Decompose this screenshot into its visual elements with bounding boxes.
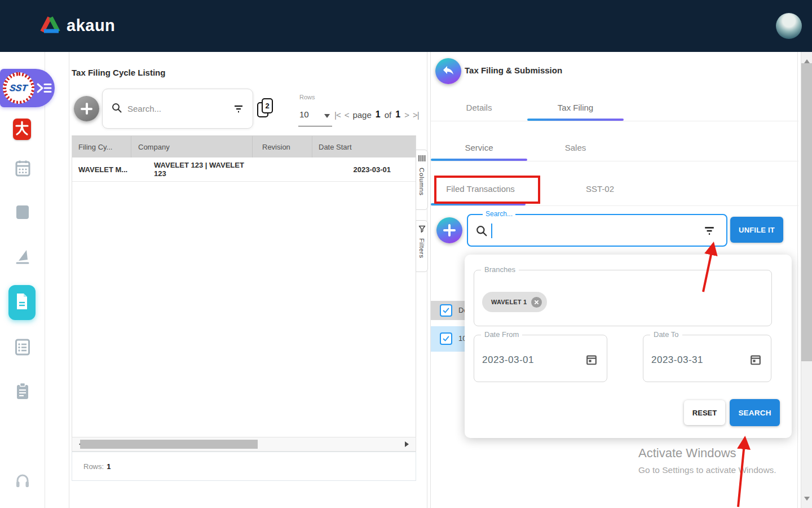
columns-icon [418, 154, 426, 164]
rows-per-page-value: 10 [299, 110, 309, 119]
page-scrollbar[interactable] [801, 52, 812, 508]
header-fragment: Do [458, 306, 465, 314]
filter-icon[interactable] [233, 105, 244, 113]
filter-icon[interactable] [704, 226, 715, 235]
horizontal-scrollbar-thumb[interactable] [80, 440, 258, 449]
branch-chip-label: WAVELET 1 [491, 299, 527, 305]
tab-row-level3: Filed Transactions SST-02 [431, 174, 798, 203]
activate-windows-subtext: Go to Settings to activate Windows. [638, 465, 776, 475]
tab-details[interactable]: Details [431, 93, 527, 121]
filter-dropdown-panel: Branches WAVELET 1 Date From 2023-03-01 [465, 255, 792, 438]
column-header-filing-cycle: Filing Cy... [72, 136, 131, 157]
rows-per-page-label: Rows [299, 94, 315, 100]
page-title: Tax Filing Cycle Listing [72, 68, 165, 77]
date-to-field[interactable]: Date To 2023-03-31 [643, 335, 771, 382]
row-fragment: 10 [458, 334, 465, 343]
tab-row-level1: Details Tax Filing [431, 93, 798, 121]
transactions-search-input[interactable]: Search... [467, 214, 727, 247]
document-icon [15, 292, 29, 313]
calendar-icon[interactable] [749, 353, 762, 368]
tab-tax-filing[interactable]: Tax Filing [527, 93, 624, 121]
calendar-icon [15, 160, 30, 179]
divider-level2 [431, 161, 798, 161]
date-from-value: 2023-03-01 [482, 354, 534, 366]
tab-service[interactable]: Service [431, 133, 527, 161]
user-avatar[interactable] [776, 13, 802, 39]
sidebar-toggle-icon[interactable] [36, 82, 52, 94]
sidebar-item-sail[interactable] [0, 248, 45, 268]
footer-rows-label: Rows: [83, 462, 104, 471]
row-checkbox[interactable] [440, 332, 452, 345]
pagination-prev-button[interactable]: < [345, 110, 349, 120]
page-scrollbar-thumb[interactable] [801, 63, 812, 361]
pagination-next-button[interactable]: > [404, 110, 409, 120]
filters-tab-label: Filters [418, 238, 425, 259]
tab-sales[interactable]: Sales [527, 133, 624, 161]
tab-filed-transactions[interactable]: Filed Transactions [431, 174, 530, 203]
add-filing-cycle-button[interactable] [74, 96, 99, 121]
sidebar-item-sst-active[interactable]: SST [0, 69, 55, 107]
unfile-it-button[interactable]: UNFILE IT [730, 217, 783, 243]
tax-filing-submission-panel: Tax Filing & Submission Details Tax Fili… [430, 52, 798, 508]
date-from-field[interactable]: Date From 2023-03-01 [474, 335, 607, 382]
select-all-checkbox[interactable] [440, 304, 452, 317]
sidebar-item-support[interactable] [0, 472, 45, 492]
filter-search-button[interactable]: SEARCH [730, 399, 780, 426]
sidebar-item-clipboard[interactable] [0, 382, 45, 402]
column-header-revision: Revision [253, 136, 312, 157]
sidebar-item-box[interactable] [0, 205, 45, 222]
scroll-right-icon[interactable] [405, 441, 412, 447]
column-header-date-start: Date Start [312, 136, 416, 157]
filing-cycle-table: Filing Cy... Company Revision Date Start… [72, 135, 416, 437]
sidebar-item-dai-app[interactable] [13, 119, 31, 140]
sidebar-item-list[interactable] [0, 339, 45, 358]
search-icon [112, 103, 122, 115]
pagination-page-label: page [352, 110, 371, 120]
sidebar-item-calendar[interactable] [0, 160, 45, 179]
sst-logo-label: SST [9, 83, 28, 93]
cell-filing-cycle: WAVELET M... [72, 165, 131, 174]
app-viewport: akaun SST [0, 0, 812, 508]
back-button[interactable] [435, 58, 461, 84]
scroll-up-icon[interactable] [804, 56, 810, 63]
chip-close-icon[interactable] [531, 297, 542, 308]
pagination-current-page: 1 [376, 110, 381, 120]
copy-front-page: 2 [262, 98, 273, 113]
square-icon [16, 205, 29, 222]
brand-name: akaun [67, 16, 115, 35]
table-row[interactable]: WAVELET M... WAVELET 123 | WAVELET 123 2… [72, 157, 416, 182]
sidebar-item-tax-filing-active[interactable] [8, 285, 36, 320]
transaction-row-partial[interactable]: 10 [431, 326, 465, 352]
footer-rows-count: 1 [107, 462, 111, 471]
copy-pages-icon[interactable]: 2 [257, 98, 275, 120]
pagination-last-button[interactable]: >| [413, 110, 419, 120]
dai-character-icon [15, 120, 29, 138]
headset-icon [15, 472, 30, 492]
cell-company: WAVELET 123 | WAVELET 123 [131, 161, 253, 178]
rows-per-page-select[interactable]: 10 [298, 106, 332, 126]
copy-count: 2 [265, 102, 269, 110]
back-icon [442, 63, 455, 79]
clipboard-icon [15, 382, 30, 402]
cycle-search-input[interactable]: Search... [102, 89, 253, 129]
scroll-down-icon[interactable] [804, 497, 810, 503]
tab-sst-02[interactable]: SST-02 [544, 174, 656, 203]
date-from-label: Date From [481, 330, 522, 339]
branches-label: Branches [481, 265, 519, 274]
columns-side-tab[interactable]: Columns [416, 150, 428, 210]
divider-level3 [431, 205, 798, 206]
rows-caret-icon [324, 114, 330, 121]
calendar-icon[interactable] [585, 353, 598, 368]
branch-chip[interactable]: WAVELET 1 [482, 292, 547, 312]
search-icon [476, 225, 487, 239]
panel-title: Tax Filing & Submission [465, 65, 562, 75]
activate-windows-watermark: Activate Windows [638, 446, 736, 461]
pagination-total-pages: 1 [395, 110, 400, 120]
add-transaction-button[interactable] [436, 217, 462, 243]
reset-button[interactable]: RESET [684, 400, 725, 425]
horizontal-scrollbar[interactable] [72, 437, 416, 452]
branches-field: Branches WAVELET 1 [474, 270, 772, 326]
pagination-first-button[interactable]: |< [334, 110, 341, 120]
cell-date-start: 2023-03-01 [312, 165, 416, 174]
filters-side-tab[interactable]: Filters [416, 220, 428, 272]
